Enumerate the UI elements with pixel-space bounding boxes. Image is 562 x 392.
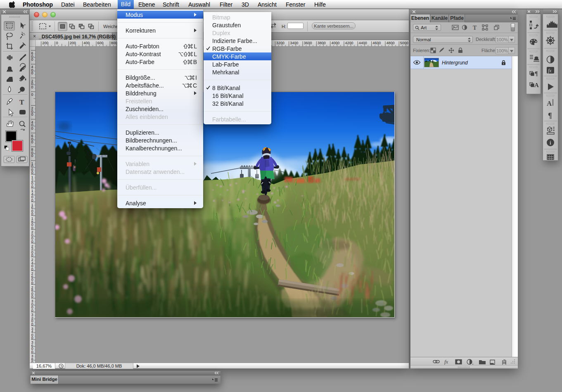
svg-text:3200: 3200 <box>276 41 285 45</box>
svg-text:fx: fx <box>444 359 448 365</box>
svg-text:0: 0 <box>31 57 33 62</box>
svg-text:0: 0 <box>31 71 33 75</box>
svg-text:0: 0 <box>31 126 33 131</box>
svg-text:T: T <box>473 25 477 31</box>
svg-text:T: T <box>19 98 24 106</box>
svg-text:0: 0 <box>31 140 33 144</box>
svg-text:4600: 4600 <box>372 41 381 45</box>
svg-text:3400: 3400 <box>290 41 298 45</box>
svg-text:i: i <box>550 140 551 146</box>
svg-text:0: 0 <box>56 41 58 45</box>
svg-text:0: 0 <box>31 93 33 97</box>
svg-text:¶: ¶ <box>535 71 538 77</box>
svg-text:4800: 4800 <box>387 41 395 45</box>
svg-text:5000: 5000 <box>400 41 408 45</box>
svg-text:¶: ¶ <box>548 112 552 120</box>
svg-text:200: 200 <box>42 41 48 45</box>
svg-text:fx: fx <box>548 68 552 74</box>
svg-text:0: 0 <box>31 85 33 89</box>
svg-text:3800: 3800 <box>318 41 326 45</box>
svg-text:4000: 4000 <box>331 41 339 45</box>
svg-text:200: 200 <box>70 41 76 45</box>
svg-text:4400: 4400 <box>359 41 367 45</box>
svg-text:0: 0 <box>31 112 33 116</box>
svg-text:A: A <box>547 100 552 107</box>
svg-text:400: 400 <box>83 41 90 45</box>
svg-text:4200: 4200 <box>345 41 353 45</box>
svg-text:600: 600 <box>97 41 104 45</box>
svg-text:3600: 3600 <box>304 41 312 45</box>
svg-text:0: 0 <box>31 154 33 158</box>
svg-text:A: A <box>534 82 539 88</box>
svg-text:800: 800 <box>111 41 117 45</box>
